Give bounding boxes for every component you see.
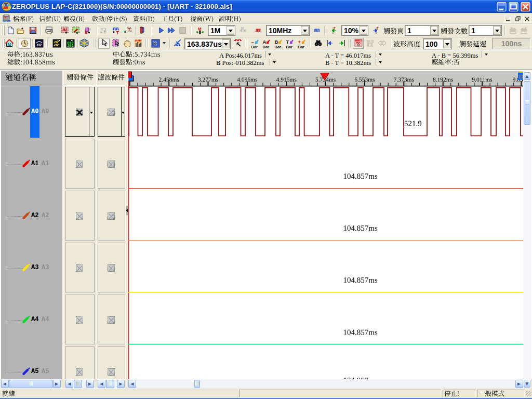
svg-text:–: –: [251, 38, 254, 44]
svg-text:A: A: [263, 38, 267, 44]
svg-text:Bar: Bar: [298, 45, 304, 49]
svg-text:T: T: [104, 30, 107, 35]
svg-text:E: E: [85, 30, 87, 35]
svg-text:T: T: [377, 26, 379, 30]
svg-text:Bar: Bar: [286, 45, 293, 49]
svg-text:T: T: [286, 38, 289, 44]
svg-text:N: N: [8, 42, 11, 47]
svg-text:Bar: Bar: [251, 45, 258, 49]
svg-text:BUS: BUS: [367, 39, 375, 43]
svg-text:Bar: Bar: [263, 45, 270, 49]
svg-text:T: T: [116, 30, 119, 35]
svg-text:H2: H2: [37, 43, 42, 47]
svg-text:101: 101: [67, 44, 73, 48]
svg-text:+: +: [298, 38, 301, 44]
svg-text:B: B: [274, 38, 278, 44]
svg-text:T: T: [128, 27, 131, 32]
svg-text:M: M: [198, 26, 202, 31]
svg-text:Bar: Bar: [274, 45, 281, 49]
svg-text:T: T: [334, 26, 336, 30]
